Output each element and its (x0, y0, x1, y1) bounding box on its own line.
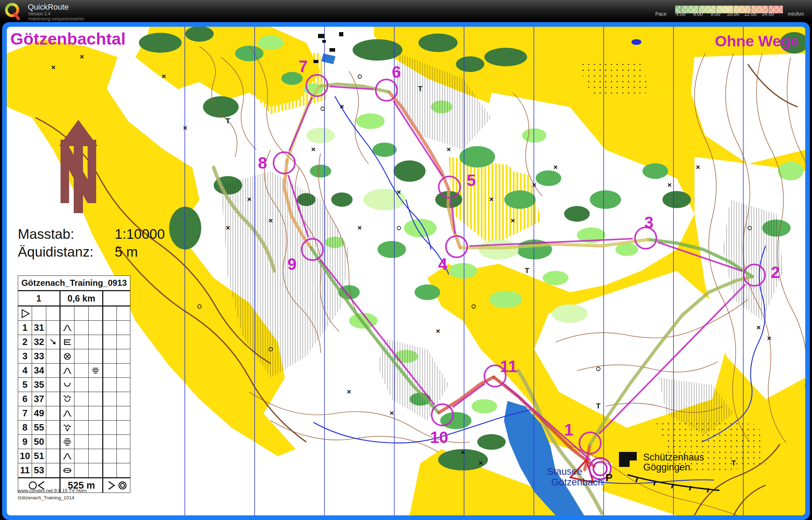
control-description-card: Götzenach_Training_091310,6 km1312323334… (18, 276, 130, 493)
map-label: Stausee (547, 466, 582, 477)
svg-text:×: × (226, 223, 230, 232)
control-row: 1153 (18, 463, 130, 478)
svg-text:×: × (489, 195, 494, 203)
control-row: 950 (18, 435, 130, 449)
app-url[interactable]: matstroeng.se/quickroute/en (28, 16, 84, 21)
control-row: 434 (18, 364, 130, 378)
hill-icon (62, 408, 73, 419)
svg-text:×: × (358, 223, 362, 232)
scale-label: Masstab: (18, 226, 115, 242)
svg-text:T: T (418, 84, 423, 93)
svg-text:×: × (479, 459, 483, 467)
card-course-row: 10,6 km (18, 291, 130, 306)
svg-text:×: × (311, 145, 316, 153)
lines4-icon (90, 365, 101, 376)
control-number-5: 5 (467, 171, 476, 190)
control-number-10: 10 (430, 428, 448, 447)
north-arrow-icon (53, 118, 103, 219)
spring-icon (62, 394, 73, 405)
control-circle-8[interactable] (274, 152, 295, 174)
svg-text:×: × (767, 334, 771, 342)
svg-text:×: × (390, 409, 394, 417)
control-row: 131 (18, 321, 130, 335)
svg-text:×: × (696, 163, 700, 171)
control-row: 535 (18, 378, 130, 392)
start-icon (20, 308, 30, 319)
svg-text:×: × (269, 216, 273, 225)
hill-icon (62, 365, 73, 376)
svg-text:T: T (525, 266, 530, 274)
pace-tick-label: 14:00 (757, 11, 779, 17)
control-row: 232 (18, 335, 130, 349)
map-scale-block: Masstab: 1:10000 Äquidistanz: 5 m (18, 226, 165, 260)
hill-icon (62, 451, 73, 462)
pond (321, 53, 335, 64)
svg-text:×: × (667, 181, 672, 189)
course-file-credit-line: Götzenach_Training_1014 (18, 494, 74, 501)
control-number-6: 6 (392, 63, 401, 81)
pace-unit-label: min/km (788, 11, 804, 17)
hill-icon (62, 323, 73, 333)
map-subtitle: Ohne Wege (715, 32, 799, 50)
cup-icon (62, 380, 73, 390)
control-row: 333 (18, 349, 130, 364)
svg-text:×: × (162, 72, 166, 80)
svg-text:T: T (596, 402, 601, 410)
card-title-row: Götzenach_Training_0913 (18, 276, 130, 291)
scale-value: 1:10000 (115, 226, 165, 242)
svg-text:×: × (461, 448, 465, 456)
control-row (18, 306, 130, 321)
lines5-icon (62, 437, 73, 447)
map-paper: ××× ××× ××× ××× ××× ××× ××× ××× ×TT TTT (7, 27, 805, 515)
course-leg (320, 259, 434, 405)
svg-text:×: × (553, 163, 558, 171)
svg-text:×: × (247, 195, 251, 203)
quickroute-logo-icon (3, 1, 24, 23)
control-row: 749 (18, 406, 130, 421)
quickroute-window: { "header": { "app_name": "QuickRoute", … (0, 0, 812, 520)
control-number-8: 8 (258, 154, 267, 172)
svg-text:×: × (183, 124, 187, 132)
svg-text:×: × (511, 216, 515, 225)
app-version: Version 2.4 (28, 11, 51, 16)
control-number-3: 3 (644, 213, 654, 232)
gully-icon (62, 422, 73, 433)
map-label: Göggingen (643, 462, 690, 473)
svg-text:T: T (226, 117, 230, 125)
condes-credit-line: www.condes.net 9.0.15 TV Horn (18, 487, 87, 494)
svg-text:×: × (447, 145, 451, 153)
svg-text:×: × (51, 63, 56, 71)
svg-text:×: × (756, 323, 761, 331)
finish-icon (106, 480, 128, 491)
small-water-blob (631, 39, 641, 45)
control-row: 637 (18, 392, 130, 406)
map-frame: ××× ××× ××× ××× ××× ××× ××× ××× ×TT TTT (2, 22, 810, 520)
control-row: 855 (18, 421, 130, 435)
ellipse-icon (62, 465, 73, 476)
control-number-7: 7 (298, 57, 308, 76)
svg-text:×: × (436, 327, 440, 335)
map-title: Götzenbachtal (10, 29, 126, 48)
equidistance-value: 5 m (115, 244, 165, 260)
svg-text:×: × (80, 52, 84, 61)
svg-text:×: × (347, 387, 351, 396)
pace-scale-label: Pace (655, 11, 667, 17)
circle-x-icon (62, 351, 73, 362)
svg-text:×: × (340, 102, 344, 110)
control-number-1: 1 (564, 421, 573, 439)
app-title: QuickRoute (28, 2, 69, 12)
control-row: 1051 (18, 449, 130, 463)
equidistance-label: Äquidistanz: (18, 244, 115, 260)
control-number-9: 9 (287, 255, 297, 273)
arrow-se-icon (48, 337, 58, 347)
svg-text:×: × (532, 181, 536, 189)
control-number-2: 2 (771, 263, 780, 282)
svg-text:T: T (732, 459, 736, 467)
map-label: P (605, 472, 613, 483)
control-number-11: 11 (500, 357, 517, 376)
app-header: QuickRoute Version 2.4 matstroeng.se/qui… (0, 0, 812, 22)
map-label: Götzenbach (551, 477, 603, 488)
earthwall-icon (62, 337, 73, 347)
svg-text:×: × (397, 188, 401, 196)
control-number-4: 4 (438, 255, 447, 273)
